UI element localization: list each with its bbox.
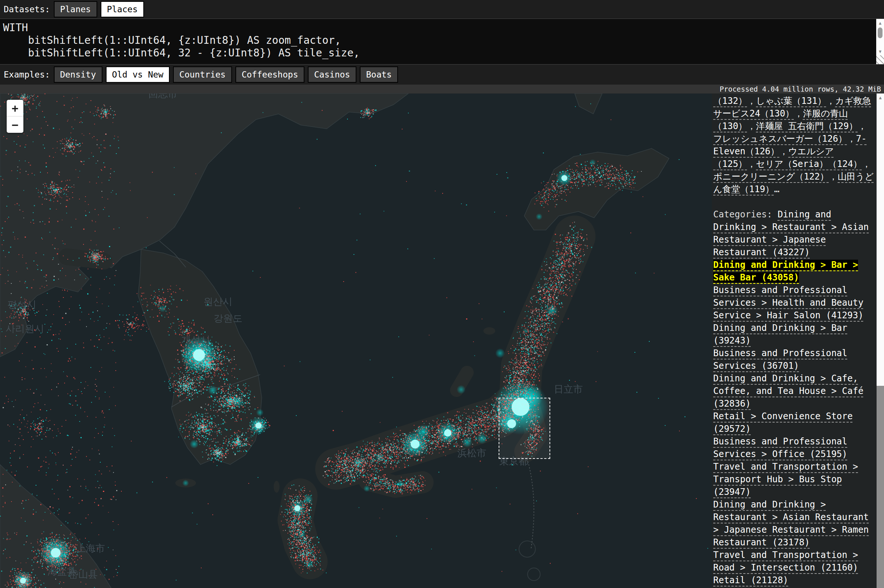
- category-link[interactable]: Travel and Transportation > Transport Hu…: [713, 462, 858, 497]
- app-window: Datasets: PlanesPlaces WITH bitShiftLeft…: [0, 0, 884, 588]
- zoom-out-button[interactable]: −: [7, 116, 23, 133]
- example-button-density[interactable]: Density: [54, 66, 102, 83]
- category-link[interactable]: Retail > Convenience Store (29572): [713, 411, 853, 434]
- example-button-boats[interactable]: Boats: [360, 66, 398, 83]
- brand-link[interactable]: ポニークリーニング（122）: [713, 171, 829, 182]
- category-link[interactable]: Dining and Drinking > Restaurant > Asian…: [713, 500, 869, 548]
- datasets-label: Datasets:: [4, 4, 50, 14]
- zoom-in-button[interactable]: +: [7, 100, 23, 116]
- scroll-up-icon[interactable]: ▲: [876, 95, 884, 100]
- brand-link[interactable]: フレッシュネスバーガー（126）: [713, 134, 847, 144]
- status-bar: Processed 4.04 million rows, 42.32 MiB: [0, 85, 884, 93]
- editor-scrollbar[interactable]: ▲ ▼: [876, 19, 884, 64]
- datasets-buttons: PlanesPlaces: [54, 1, 144, 17]
- category-link[interactable]: Dining and Drinking > Bar (39243): [713, 323, 847, 346]
- category-link[interactable]: Retail (21128): [713, 575, 788, 585]
- category-link[interactable]: Travel and Transportation > Road > Inter…: [713, 550, 858, 573]
- example-button-old-vs-new[interactable]: Old vs New: [106, 66, 170, 83]
- category-link-highlighted[interactable]: Dining and Drinking > Bar > Sake Bar (43…: [713, 260, 858, 283]
- datasets-bar: Datasets: PlanesPlaces: [0, 0, 884, 18]
- results-sidebar: （132），しゃぶ葉（131），カギ救急サービス24（130），洋服の青山（13…: [712, 93, 876, 588]
- brands-list: （132），しゃぶ葉（131），カギ救急サービス24（130），洋服の青山（13…: [713, 94, 875, 195]
- page-scrollbar-thumb[interactable]: [876, 386, 884, 588]
- example-button-coffeeshops[interactable]: Coffeeshops: [235, 66, 304, 83]
- examples-buttons: DensityOld vs NewCountriesCoffeeshopsCas…: [54, 66, 398, 83]
- examples-bar: Examples: DensityOld vs NewCountriesCoff…: [0, 64, 884, 85]
- query-editor-area: WITH bitShiftLeft(1::UInt64, {z:UInt8}) …: [0, 18, 884, 64]
- map-selection-rect: [499, 398, 550, 459]
- example-button-countries[interactable]: Countries: [173, 66, 232, 83]
- brand-link[interactable]: （132）: [713, 96, 747, 106]
- status-text: Processed 4.04 million rows, 42.32 MiB: [720, 85, 881, 93]
- map-panel: + −: [0, 93, 712, 588]
- scroll-up-icon[interactable]: ▲: [876, 20, 884, 26]
- category-link[interactable]: Business and Professional Services > Off…: [713, 436, 847, 459]
- category-link[interactable]: Dining and Drinking > Cafe, Coffee, and …: [713, 373, 864, 409]
- editor-scrollbar-thumb[interactable]: [878, 27, 882, 38]
- dataset-button-places[interactable]: Places: [101, 1, 144, 17]
- brand-link[interactable]: セリア（Seria）（124）: [756, 159, 862, 169]
- category-link[interactable]: Business and Professional Services > Hea…: [713, 285, 864, 321]
- categories-label: Categories:: [713, 209, 777, 220]
- categories-list: Categories: Dining and Drinking > Restau…: [713, 208, 875, 588]
- map-zoom-control: + −: [7, 100, 23, 133]
- map-canvas[interactable]: [0, 93, 712, 588]
- category-link[interactable]: Business and Professional Services (3670…: [713, 348, 847, 371]
- brand-link[interactable]: しゃぶ葉（131）: [756, 96, 826, 106]
- query-editor[interactable]: WITH bitShiftLeft(1::UInt64, {z:UInt8}) …: [0, 19, 884, 59]
- dataset-button-planes[interactable]: Planes: [54, 1, 97, 17]
- main-region: + − （132），しゃぶ葉（131），カギ救急サービス24（130），洋服の青…: [0, 93, 884, 588]
- example-button-casinos[interactable]: Casinos: [308, 66, 356, 83]
- resize-grip-icon[interactable]: [876, 55, 884, 64]
- page-scrollbar[interactable]: ▲: [876, 93, 884, 588]
- examples-label: Examples:: [4, 70, 50, 80]
- brand-link[interactable]: 洋麺屋 五右衛門（129）: [756, 121, 858, 131]
- scroll-down-icon[interactable]: ▼: [876, 49, 884, 54]
